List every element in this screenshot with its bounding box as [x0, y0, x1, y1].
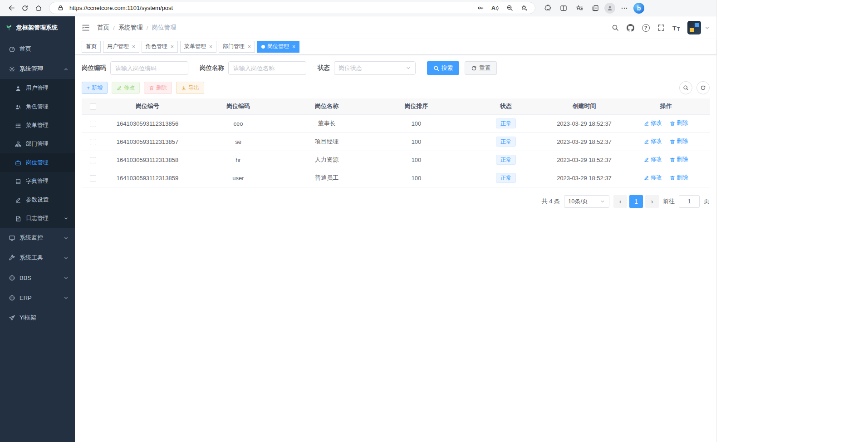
sidebar-subitem-parameters[interactable]: 参数设置 [0, 191, 75, 209]
delete-link[interactable]: 删除 [670, 156, 688, 163]
ssl-lock-icon[interactable] [55, 3, 66, 14]
delete-button[interactable]: 删除 [144, 82, 172, 94]
table-row[interactable]: 1641030593112313857 se 项目经理 100 正常 2023-… [82, 133, 710, 151]
password-key-icon[interactable] [475, 3, 486, 14]
github-icon[interactable] [627, 24, 634, 32]
extensions-icon[interactable] [541, 1, 554, 15]
collections-icon[interactable] [588, 1, 602, 15]
row-checkbox[interactable] [90, 175, 96, 182]
sidebar-item-bbs[interactable]: BBS [0, 268, 75, 288]
browser-profile-avatar[interactable] [604, 3, 615, 14]
browser-back-button[interactable] [5, 1, 18, 15]
sidebar-subitem-posts[interactable]: 岗位管理 [0, 153, 75, 172]
tab-home[interactable]: 首页 [82, 41, 101, 53]
tab-close-icon[interactable]: × [171, 44, 174, 49]
delete-link[interactable]: 删除 [670, 138, 688, 145]
sidebar-item-label: 用户管理 [26, 84, 49, 92]
browser-menu-icon[interactable] [618, 1, 631, 15]
tab-close-icon[interactable]: × [132, 44, 135, 49]
header-search-icon[interactable] [612, 24, 619, 31]
tab-menus[interactable]: 菜单管理× [180, 41, 216, 53]
row-checkbox[interactable] [90, 139, 96, 145]
browser-home-button[interactable] [32, 1, 45, 15]
font-size-icon[interactable]: TT [672, 24, 680, 32]
app-logo[interactable]: 意框架管理系统 [0, 16, 75, 39]
edit-link[interactable]: 修改 [644, 138, 662, 145]
pencil-icon [15, 197, 22, 203]
add-favorite-icon[interactable] [519, 3, 530, 14]
status-select[interactable]: 岗位状态 [334, 61, 416, 75]
post-code-field: 岗位编码 [82, 61, 188, 75]
tab-close-icon[interactable]: × [209, 44, 212, 49]
post-name-input[interactable] [228, 61, 306, 75]
table-row[interactable]: 1641030593112313858 hr 人力资源 100 正常 2023-… [82, 151, 710, 169]
next-page-button[interactable]: › [645, 195, 659, 208]
sidebar-subitem-roles[interactable]: 角色管理 [0, 98, 75, 116]
split-screen-icon[interactable] [557, 1, 570, 15]
copilot-icon[interactable]: b [633, 3, 644, 14]
prev-page-button[interactable]: ‹ [613, 195, 627, 208]
sidebar-item-tools[interactable]: 系统工具 [0, 248, 75, 268]
avatar-caret-icon[interactable] [705, 25, 710, 30]
sidebar-subitem-logs[interactable]: 日志管理 [0, 209, 75, 228]
plus-icon: + [87, 85, 90, 91]
row-checkbox[interactable] [90, 157, 96, 163]
tab-close-icon[interactable]: × [248, 44, 251, 49]
edit-link[interactable]: 修改 [644, 119, 662, 127]
sidebar-item-label: 菜单管理 [26, 122, 49, 129]
tab-close-icon[interactable]: × [292, 44, 295, 49]
sidebar-subitem-menus[interactable]: 菜单管理 [0, 116, 75, 135]
sidebar-toggle[interactable] [82, 24, 90, 31]
address-bar[interactable]: https://ccnetcore.com:1101/system/post A [49, 2, 535, 14]
user-avatar[interactable] [687, 21, 701, 34]
delete-link[interactable]: 删除 [670, 119, 688, 127]
show-search-toggle-button[interactable] [679, 81, 692, 94]
goto-page-input[interactable] [679, 195, 700, 208]
breadcrumb: 首页 / 系统管理 / 岗位管理 [97, 24, 177, 32]
tab-departments[interactable]: 部门管理× [219, 41, 255, 53]
favorites-icon[interactable] [573, 1, 586, 15]
table-row[interactable]: 1641030593112313859 user 普通员工 100 正常 202… [82, 169, 710, 187]
cell-post-order: 100 [368, 151, 465, 169]
status-label: 状态 [318, 64, 330, 72]
trash-icon [149, 85, 154, 91]
zoom-out-icon[interactable] [504, 3, 515, 14]
breadcrumb-item-home[interactable]: 首页 [97, 24, 109, 32]
sidebar-subitem-users[interactable]: 用户管理 [0, 79, 75, 98]
header-operations: 操作 [622, 98, 710, 114]
page-size-select[interactable]: 10条/页 [564, 195, 609, 208]
edit-icon [117, 85, 122, 91]
help-icon[interactable]: ? [642, 24, 650, 32]
delete-link[interactable]: 删除 [670, 174, 688, 182]
sidebar-item-home[interactable]: 首页 [0, 39, 75, 59]
page-button-1[interactable]: 1 [629, 195, 643, 208]
log-document-icon [15, 216, 22, 222]
search-button[interactable]: 搜索 [427, 61, 459, 75]
url-text[interactable]: https://ccnetcore.com:1101/system/post [69, 5, 471, 11]
add-button[interactable]: + 新增 [82, 82, 108, 94]
tab-users[interactable]: 用户管理× [103, 41, 139, 53]
refresh-table-button[interactable] [696, 81, 710, 94]
select-all-checkbox[interactable] [90, 103, 96, 110]
sidebar-subitem-departments[interactable]: 部门管理 [0, 135, 75, 153]
read-aloud-icon[interactable]: A [490, 3, 500, 14]
sidebar-item-system[interactable]: 系统管理 [0, 59, 75, 79]
row-checkbox[interactable] [90, 121, 96, 127]
sidebar-item-yiframework[interactable]: Yi框架 [0, 308, 75, 328]
edit-link[interactable]: 修改 [644, 174, 662, 182]
tab-posts[interactable]: 岗位管理× [257, 41, 299, 53]
edit-button[interactable]: 修改 [112, 82, 140, 94]
tab-roles[interactable]: 角色管理× [142, 41, 178, 53]
fullscreen-icon[interactable] [657, 24, 665, 31]
export-button[interactable]: 导出 [176, 82, 204, 94]
sidebar-item-monitor[interactable]: 系统监控 [0, 228, 75, 248]
post-code-label: 岗位编码 [82, 64, 106, 72]
post-code-input[interactable] [110, 61, 188, 75]
sidebar-subitem-dictionary[interactable]: 字典管理 [0, 172, 75, 191]
sidebar-item-label: Yi框架 [20, 314, 36, 322]
sidebar-item-erp[interactable]: ERP [0, 288, 75, 308]
browser-refresh-button[interactable] [18, 1, 32, 15]
reset-button[interactable]: 重置 [465, 61, 497, 75]
edit-link[interactable]: 修改 [644, 156, 662, 163]
table-row[interactable]: 1641030593112313856 ceo 董事长 100 正常 2023-… [82, 114, 710, 133]
